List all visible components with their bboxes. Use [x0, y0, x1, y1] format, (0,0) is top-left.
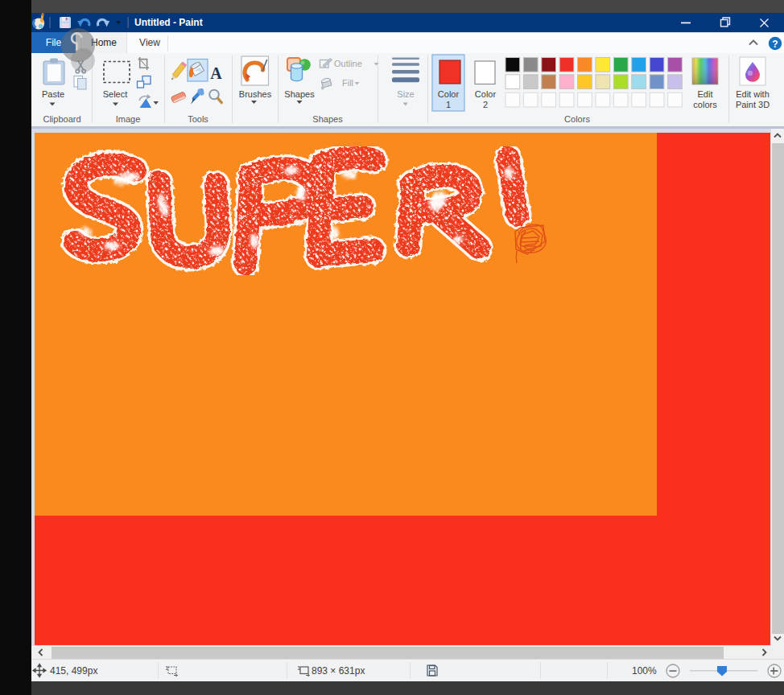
svg-text:?: ? — [772, 39, 778, 50]
